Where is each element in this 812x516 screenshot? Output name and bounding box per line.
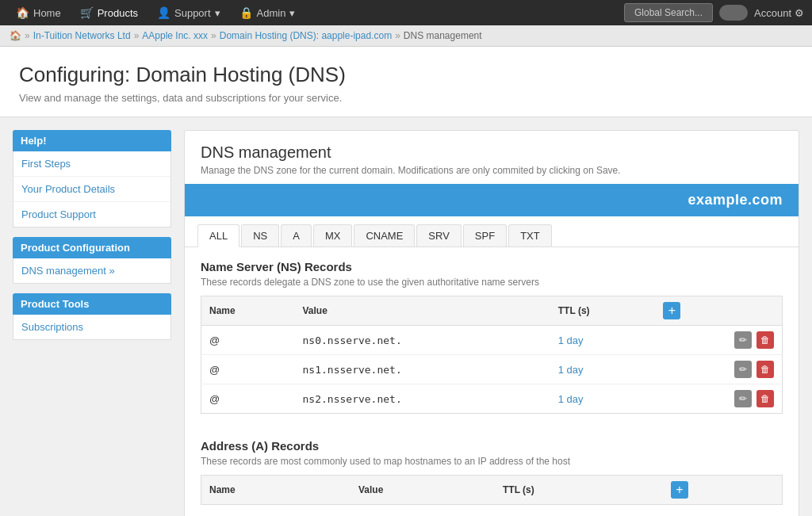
account-menu[interactable]: Account ⚙ [754,7,804,19]
ns-row3-delete-button[interactable]: 🗑 [756,390,774,407]
ns-records-desc: These records delegate a DNS zone to use… [201,277,783,288]
page-header: Configuring: Domain Hosting (DNS) View a… [0,47,812,117]
sidebar-link-product-details[interactable]: Your Product Details [13,177,170,202]
sidebar-help-header: Help! [13,130,171,151]
page-title: Configuring: Domain Hosting (DNS) [19,63,793,87]
dns-tabs: ALL NS A MX CNAME SRV SPF TXT [185,216,799,247]
a-col-value: Value [350,476,495,505]
dns-panel-description: Manage the DNS zone for the current doma… [201,165,783,176]
admin-icon: 🔒 [239,6,253,19]
breadcrumb-link-domain-hosting[interactable]: Domain Hosting (DNS): aapple-ipad.com [220,30,392,41]
sidebar-help-section: First Steps Your Product Details Product… [13,151,171,227]
page-subtitle: View and manage the settings, data and s… [19,92,793,104]
ns-col-actions: + [655,296,782,326]
a-col-ttl: TTL (s) [495,476,663,505]
ns-col-name: Name [201,296,295,326]
admin-dropdown-icon: ▾ [289,7,295,19]
ns-row3-value: ns2.nsserve.net. [295,384,550,414]
a-records-table: Name Value TTL (s) + [201,475,783,505]
breadcrumb-link-company[interactable]: In-Tuition Networks Ltd [33,30,131,41]
ns-row1-ttl: 1 day [550,326,656,355]
ns-row3-actions: ✏ 🗑 [655,384,782,414]
ns-row1-name: @ [201,326,295,355]
breadcrumb-link-account[interactable]: AApple Inc. xxx [142,30,208,41]
top-nav-right: Global Search... Account ⚙ [624,3,804,22]
ns-row1-value: ns0.nsserve.net. [295,326,550,355]
sidebar-config-section: DNS management » [13,258,171,284]
tab-mx[interactable]: MX [313,224,353,247]
dns-management-panel: DNS management Manage the DNS zone for t… [184,130,799,516]
ns-row2-name: @ [201,355,295,384]
ns-row2-ttl: 1 day [550,355,656,384]
ns-row2-delete-button[interactable]: 🗑 [756,361,774,378]
dns-panel-title: DNS management [201,143,783,162]
ns-records-title: Name Server (NS) Records [201,260,783,273]
sidebar: Help! First Steps Your Product Details P… [13,130,171,350]
sidebar-link-first-steps[interactable]: First Steps [13,151,170,177]
dns-panel-header: DNS management Manage the DNS zone for t… [185,131,799,184]
ns-row2-actions: ✏ 🗑 [655,355,782,384]
nav-products[interactable]: 🛒 Products [72,0,146,25]
table-row: @ ns0.nsserve.net. 1 day ✏ 🗑 [201,326,783,355]
tab-all[interactable]: ALL [197,224,239,247]
sidebar-link-product-support[interactable]: Product Support [13,202,170,227]
account-gear-icon: ⚙ [795,7,804,19]
tab-a[interactable]: A [281,224,312,247]
a-records-section: Address (A) Records These records are mo… [185,426,799,516]
global-search-button[interactable]: Global Search... [624,3,713,22]
home-icon: 🏠 [16,6,29,19]
ns-records-table: Name Value TTL (s) + @ ns0.nsserve.net. … [201,296,783,414]
ns-add-button[interactable]: + [663,302,680,319]
ns-col-value: Value [295,296,550,326]
ns-col-ttl: TTL (s) [550,296,656,326]
ns-row3-edit-button[interactable]: ✏ [734,390,752,407]
sidebar-tools-section: Subscriptions [13,315,171,340]
nav-home[interactable]: 🏠 Home [8,0,69,25]
breadcrumb-home-icon: 🏠 [10,30,21,41]
ns-row2-value: ns1.nsserve.net. [295,355,550,384]
a-col-name: Name [201,476,350,505]
breadcrumb-current: DNS management [404,30,482,41]
ns-row3-name: @ [201,384,295,414]
sidebar-tools-header: Product Tools [13,293,171,315]
sidebar-link-subscriptions[interactable]: Subscriptions [13,315,170,339]
table-row: @ ns1.nsserve.net. 1 day ✏ 🗑 [201,355,783,384]
a-records-title: Address (A) Records [201,439,783,453]
nav-support[interactable]: 👤 Support ▾ [149,0,228,25]
tab-ns[interactable]: NS [241,224,279,247]
sidebar-link-dns-management[interactable]: DNS management » [13,258,170,283]
a-col-actions: + [663,476,783,505]
ns-row3-ttl: 1 day [550,384,656,414]
table-row: @ ns2.nsserve.net. 1 day ✏ 🗑 [201,384,783,414]
a-add-button[interactable]: + [671,481,688,499]
support-dropdown-icon: ▾ [215,7,220,19]
ns-row1-actions: ✏ 🗑 [655,326,782,355]
top-navigation: 🏠 Home 🛒 Products 👤 Support ▾ 🔒 Admin ▾ … [0,0,812,25]
nav-admin[interactable]: 🔒 Admin ▾ [232,0,304,25]
ns-row1-delete-button[interactable]: 🗑 [756,331,774,349]
tab-spf[interactable]: SPF [463,224,507,247]
main-content: Help! First Steps Your Product Details P… [0,117,812,516]
theme-toggle[interactable] [719,5,748,21]
tab-srv[interactable]: SRV [416,224,462,247]
domain-banner: example.com [185,184,799,216]
tab-txt[interactable]: TXT [508,224,552,247]
support-icon: 👤 [157,6,170,19]
a-records-desc: These records are most commonly used to … [201,456,783,467]
sidebar-config-header: Product Configuration [13,237,171,258]
tab-cname[interactable]: CNAME [354,224,415,247]
ns-row2-edit-button[interactable]: ✏ [734,361,752,378]
breadcrumb: 🏠 » In-Tuition Networks Ltd » AApple Inc… [0,25,812,47]
cart-icon: 🛒 [80,6,94,19]
ns-row1-edit-button[interactable]: ✏ [734,331,752,349]
ns-records-section: Name Server (NS) Records These records d… [185,247,799,426]
